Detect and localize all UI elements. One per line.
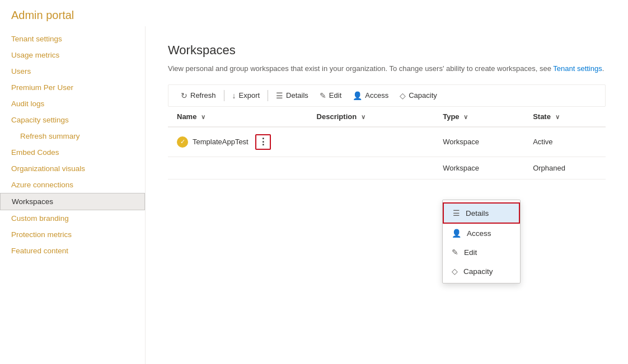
sidebar-item-usage-metrics[interactable]: Usage metrics	[0, 47, 145, 63]
edit-label: Edit	[329, 91, 341, 100]
capacity-button[interactable]: ◇ Capacity	[394, 88, 443, 103]
sidebar-item-featured-content[interactable]: Featured content	[0, 243, 145, 259]
sidebar-item-custom-branding[interactable]: Custom branding	[0, 210, 145, 226]
access-dropdown-label: Access	[467, 229, 491, 238]
sidebar-item-organizational-visuals[interactable]: Organizational visuals	[0, 160, 145, 177]
export-label: Export	[239, 91, 260, 100]
content-area: Workspaces View personal and group works…	[146, 26, 628, 364]
edit-dropdown-icon: ✎	[452, 248, 458, 257]
sidebar-item-protection-metrics[interactable]: Protection metrics	[0, 226, 145, 243]
toolbar-separator-2	[268, 90, 268, 101]
access-button[interactable]: 👤 Access	[347, 88, 394, 103]
desc-sort-icon: ∨	[361, 114, 365, 120]
table-row: ✓TemplateAppTest⋮WorkspaceActive	[168, 127, 606, 157]
sidebar-item-refresh-summary[interactable]: Refresh summary	[0, 128, 145, 144]
cell-type-2: Workspace	[434, 157, 524, 179]
state-sort-icon: ∨	[555, 114, 560, 120]
cell-description-1	[308, 127, 434, 157]
tenant-settings-link[interactable]: Tenant settings	[553, 64, 602, 73]
export-button[interactable]: ↓ Export	[227, 88, 266, 103]
access-label: Access	[365, 91, 388, 100]
toolbar: ↻ Refresh ↓ Export ☰ Details ✎ Edit 👤 Ac…	[168, 84, 606, 107]
refresh-button[interactable]: ↻ Refresh	[175, 88, 222, 103]
sidebar-item-workspaces[interactable]: Workspaces	[0, 193, 145, 210]
refresh-icon: ↻	[181, 91, 188, 100]
main-layout: Tenant settingsUsage metricsUsersPremium…	[0, 26, 628, 364]
details-icon: ☰	[276, 91, 283, 100]
col-header-name[interactable]: Name ∨	[168, 107, 308, 127]
capacity-dropdown-label: Capacity	[463, 267, 493, 276]
edit-icon: ✎	[320, 91, 326, 100]
details-dropdown-label: Details	[466, 209, 489, 218]
cell-type-1: Workspace	[434, 127, 524, 157]
capacity-icon: ◇	[400, 91, 406, 100]
name-sort-icon: ∨	[201, 114, 205, 120]
access-icon: 👤	[353, 91, 362, 100]
app-header: Admin portal	[0, 0, 628, 26]
cell-description-2	[308, 157, 434, 179]
description-end: .	[602, 64, 604, 73]
sidebar: Tenant settingsUsage metricsUsersPremium…	[0, 26, 146, 364]
three-dots-button[interactable]: ⋮	[255, 134, 271, 150]
sidebar-item-users[interactable]: Users	[0, 63, 145, 79]
capacity-dropdown-icon: ◇	[452, 267, 458, 276]
type-sort-icon: ∨	[463, 114, 468, 120]
dropdown-item-access[interactable]: 👤 Access	[443, 224, 520, 243]
cell-state-1: Active	[524, 127, 606, 157]
page-title: Workspaces	[168, 43, 606, 58]
refresh-label: Refresh	[190, 91, 216, 100]
sidebar-item-capacity-settings[interactable]: Capacity settings	[0, 112, 145, 128]
sidebar-item-tenant-settings[interactable]: Tenant settings	[0, 31, 145, 47]
dropdown-item-capacity[interactable]: ◇ Capacity	[443, 262, 520, 281]
dropdown-item-edit[interactable]: ✎ Edit	[443, 243, 520, 262]
description-text: View personal and group workspaces that …	[168, 64, 553, 73]
context-menu: ☰ Details 👤 Access ✎ Edit ◇ Capacity	[442, 200, 521, 283]
cell-state-2: Orphaned	[524, 157, 606, 179]
access-dropdown-icon: 👤	[452, 229, 461, 238]
details-button[interactable]: ☰ Details	[270, 88, 314, 103]
workspace-status-icon: ✓	[177, 136, 188, 148]
details-label: Details	[286, 91, 308, 100]
cell-name-2	[168, 157, 308, 179]
sidebar-item-premium-per-user[interactable]: Premium Per User	[0, 79, 145, 96]
sidebar-item-embed-codes[interactable]: Embed Codes	[0, 144, 145, 160]
details-dropdown-icon: ☰	[453, 209, 460, 218]
sidebar-item-audit-logs[interactable]: Audit logs	[0, 96, 145, 112]
dropdown-item-details[interactable]: ☰ Details	[443, 202, 520, 224]
workspace-name: TemplateAppTest	[193, 138, 249, 146]
sidebar-item-azure-connections[interactable]: Azure connections	[0, 177, 145, 193]
workspaces-table: Name ∨ Description ∨ Type ∨ State ∨ ✓Tem…	[168, 107, 606, 179]
cell-name-1: ✓TemplateAppTest⋮	[168, 127, 308, 157]
table-row: WorkspaceOrphaned	[168, 157, 606, 179]
app-title: Admin portal	[11, 9, 74, 21]
export-icon: ↓	[232, 91, 236, 100]
edit-dropdown-label: Edit	[464, 248, 477, 257]
col-header-type[interactable]: Type ∨	[434, 107, 524, 127]
toolbar-separator-1	[224, 90, 224, 101]
capacity-label: Capacity	[409, 91, 437, 100]
col-header-description[interactable]: Description ∨	[308, 107, 434, 127]
edit-button[interactable]: ✎ Edit	[314, 88, 347, 103]
col-header-state[interactable]: State ∨	[524, 107, 606, 127]
page-description: View personal and group workspaces that …	[168, 63, 606, 74]
table-header-row: Name ∨ Description ∨ Type ∨ State ∨	[168, 107, 606, 127]
